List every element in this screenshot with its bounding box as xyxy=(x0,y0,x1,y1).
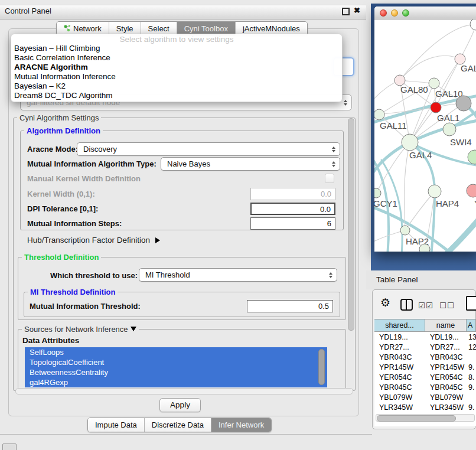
columns-icon[interactable] xyxy=(400,299,413,311)
attributes-list-scrollbar[interactable] xyxy=(318,349,325,385)
which-threshold-combo[interactable]: MI Threshold xyxy=(139,268,337,282)
combo-stepper-icon xyxy=(329,269,332,281)
table-cell: YBL079W xyxy=(374,393,425,402)
select-columns-icon[interactable]: ☑☑ xyxy=(418,301,433,310)
mi-threshold-field[interactable]: 0.5 xyxy=(247,300,333,312)
network-node-gal11[interactable] xyxy=(374,109,384,120)
network-node-gal10[interactable] xyxy=(429,78,439,89)
sources-legend[interactable]: Sources for Network Inference xyxy=(22,325,139,334)
control-panel-title: Control Panel xyxy=(5,6,51,15)
table-row[interactable]: YBR045CYBR045C9. xyxy=(374,382,476,392)
aracne-mode-combo[interactable]: Discovery xyxy=(77,142,340,156)
close-panel-icon[interactable]: ✖ xyxy=(354,6,360,15)
table-row[interactable]: YBR043CYBR043C xyxy=(374,352,476,362)
manual-kernel-checkbox[interactable] xyxy=(325,174,334,183)
mi-type-combo[interactable]: Naive Bayes xyxy=(161,157,340,171)
table-cell: YER054C xyxy=(374,373,425,381)
window-zoom-button[interactable] xyxy=(402,9,409,17)
network-node-gcy1[interactable] xyxy=(374,188,381,198)
table-cell: YBR045C xyxy=(374,383,425,392)
attribute-item-topologicalcoefficient[interactable]: TopologicalCoefficient xyxy=(25,357,327,367)
algorithm-definition-legend: Algorithm Definition xyxy=(24,126,103,135)
node-label: GAL1 xyxy=(437,113,459,123)
table-panel-title: Table Panel xyxy=(376,275,418,284)
tab-label: Style xyxy=(116,24,133,33)
table-scrollbar-thumb[interactable] xyxy=(377,415,456,422)
combo-stepper-icon xyxy=(344,95,347,110)
panel-divider xyxy=(0,434,372,435)
node-label: GAL xyxy=(461,63,476,73)
mi-steps-label: Mutual Information Steps: xyxy=(27,219,122,228)
window-close-button[interactable] xyxy=(380,9,387,17)
table-row[interactable]: YDL19...YDL19...13 xyxy=(374,332,476,342)
node-label: SWI4 xyxy=(450,137,472,147)
table-row[interactable]: YLR345WYLR345W9. xyxy=(374,402,476,412)
cyni-algorithm-settings-legend: Cyni Algorithm Settings xyxy=(17,113,101,122)
data-attributes-list[interactable]: SelfLoopsTopologicalCoefficientBetweenne… xyxy=(25,347,327,387)
tab-impute-data[interactable]: Impute Data xyxy=(88,418,144,432)
table-row[interactable]: YBL079WYBL079W xyxy=(374,392,476,402)
aracne-mode-value: Discovery xyxy=(83,145,117,154)
mi-type-label: Mutual Information Algorithm Type: xyxy=(27,159,157,168)
network-node-gal4[interactable] xyxy=(402,134,418,151)
tab-label: Select xyxy=(148,24,169,33)
table-row[interactable]: YDR27...YDR27...12 xyxy=(374,342,476,352)
network-window-titlebar[interactable] xyxy=(374,6,476,19)
collapse-arrow-icon xyxy=(131,327,136,331)
table-cell: YBL079W xyxy=(425,393,467,402)
network-node-hap4[interactable] xyxy=(428,185,441,198)
minimized-panel-button[interactable] xyxy=(2,444,17,450)
column-header-a[interactable]: A xyxy=(467,319,476,331)
apply-button[interactable]: Apply xyxy=(159,398,201,412)
table-cell: YPR145W xyxy=(374,363,425,371)
column-header-shared[interactable]: shared... xyxy=(374,319,425,331)
tab-discretize-data[interactable]: Discretize Data xyxy=(144,418,211,432)
network-canvas[interactable]: GALGAL80GAL10GAL1GAL11SWI4GAL4GCY1HAP4YH… xyxy=(374,19,476,252)
network-node[interactable] xyxy=(468,150,476,164)
attribute-item-selfloops[interactable]: SelfLoops xyxy=(25,347,327,357)
network-node[interactable] xyxy=(456,96,471,111)
network-node[interactable] xyxy=(470,19,476,30)
dpi-tolerance-field[interactable]: 0.0 xyxy=(250,203,335,215)
table-cell: YDR27... xyxy=(425,343,467,351)
new-table-icon[interactable] xyxy=(466,296,476,311)
kernel-width-field[interactable]: 0.0 xyxy=(250,188,335,200)
network-node-swi4[interactable] xyxy=(443,123,456,136)
algorithm-option-bayesian-k2[interactable]: Bayesian – K2 xyxy=(11,81,342,91)
network-icon xyxy=(64,24,71,34)
tab-infer-network[interactable]: Infer Network xyxy=(211,418,271,432)
network-node-gal1[interactable] xyxy=(431,102,441,113)
network-graph: GALGAL80GAL10GAL1GAL11SWI4GAL4GCY1HAP4YH… xyxy=(374,19,476,252)
settings-vertical-scrollbar[interactable] xyxy=(348,118,354,331)
column-header-name[interactable]: name xyxy=(425,319,467,331)
algorithm-option-dream8-dc-tdc-algorithm[interactable]: Dream8 DC_TDC Algorithm xyxy=(11,91,342,100)
control-panel-titlebar xyxy=(0,5,366,19)
table-row[interactable]: YER054CYER054C8. xyxy=(374,372,476,382)
algorithm-option-basic-correlation-inference[interactable]: Basic Correlation Inference xyxy=(11,53,342,63)
which-threshold-value: MI Threshold xyxy=(145,270,190,279)
dpi-tolerance-label: DPI Tolerance [0,1]: xyxy=(27,204,98,213)
attribute-item-betweennesscentrality[interactable]: BetweennessCentrality xyxy=(25,367,327,377)
network-node[interactable] xyxy=(419,244,430,252)
algorithm-option-mutual-information-inference[interactable]: Mutual Information Inference xyxy=(11,72,342,81)
data-attributes-label: Data Attributes xyxy=(22,336,79,345)
table-row[interactable]: YPR145WYPR145W9. xyxy=(374,362,476,372)
table-cell: YBR043C xyxy=(425,353,467,361)
window-minimize-button[interactable] xyxy=(391,9,398,17)
table-cell: YPR145W xyxy=(425,363,467,371)
table-cell: YLR345W xyxy=(374,403,425,412)
algorithm-option-bayesian-hill-climbing[interactable]: Bayesian – Hill Climbing xyxy=(11,44,342,53)
deselect-columns-icon[interactable]: ☐☐ xyxy=(439,301,455,310)
network-node-hap2[interactable] xyxy=(400,226,410,235)
float-panel-icon[interactable] xyxy=(342,8,350,15)
hub-definition-expander[interactable]: Hub/Transcription Factor Definition xyxy=(27,236,160,244)
algorithm-dropdown-placeholder: Select algorithm to view settings xyxy=(11,34,342,44)
cyni-mode-tabs: Impute DataDiscretize DataInfer Network xyxy=(87,418,272,432)
mi-steps-field[interactable]: 6 xyxy=(250,217,335,230)
attribute-item-gal4rgexp[interactable]: gal4RGexp xyxy=(25,377,327,387)
algorithm-option-aracne-algorithm[interactable]: ARACNE Algorithm xyxy=(11,63,342,72)
combo-stepper-icon xyxy=(332,158,335,170)
network-node-y[interactable] xyxy=(467,184,476,197)
gear-icon[interactable]: ⚙ xyxy=(380,297,390,309)
settings-horizontal-scrollbar[interactable] xyxy=(15,388,353,394)
